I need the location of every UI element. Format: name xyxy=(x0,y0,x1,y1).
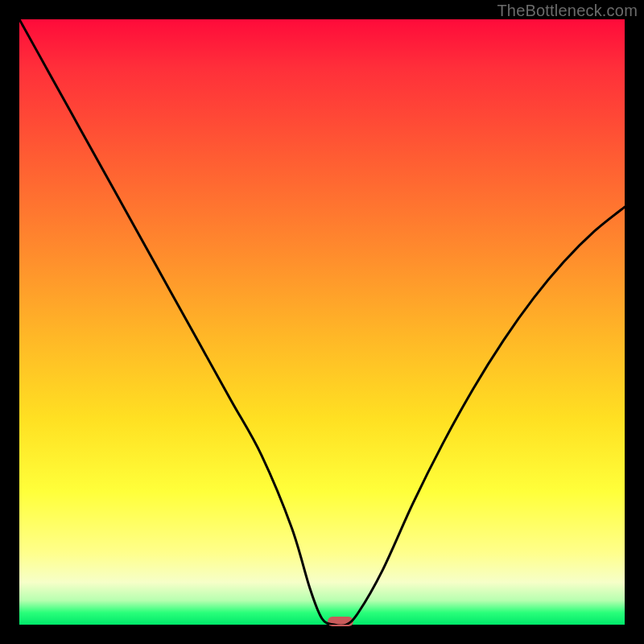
watermark-text: TheBottleneck.com xyxy=(497,2,638,20)
chart-frame: TheBottleneck.com xyxy=(0,0,644,644)
bottleneck-curve xyxy=(19,19,625,625)
plot-area xyxy=(19,19,625,625)
